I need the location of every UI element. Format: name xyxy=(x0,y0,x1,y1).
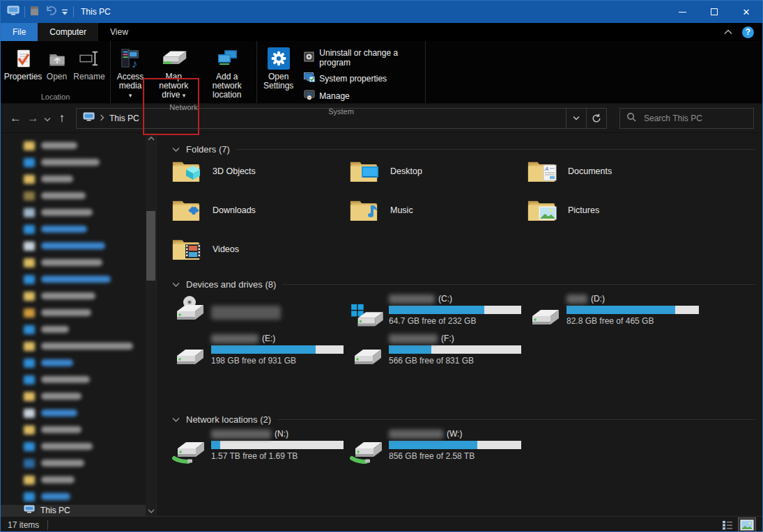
properties-quick-icon[interactable] xyxy=(30,6,39,19)
sidebar-item-redacted[interactable] xyxy=(1,321,146,338)
sidebar-item-redacted[interactable] xyxy=(1,338,146,354)
folder-icon xyxy=(24,375,35,384)
manage-button[interactable]: Manage xyxy=(301,88,418,103)
settings-gear-icon xyxy=(268,46,290,71)
system-properties-button[interactable]: System properties xyxy=(301,71,418,86)
system-properties-label: System properties xyxy=(319,74,387,84)
folder-tile-pictures[interactable]: Pictures xyxy=(527,196,705,235)
thumbnail-view-button[interactable] xyxy=(739,518,755,532)
folder-tile-music[interactable]: Music xyxy=(350,196,527,235)
close-button[interactable]: ✕ xyxy=(730,1,762,23)
help-button[interactable]: ? xyxy=(742,26,754,38)
sidebar-item-redacted[interactable] xyxy=(1,388,146,405)
sidebar-item-redacted[interactable] xyxy=(1,488,146,505)
folder-tile-downloads[interactable]: Downloads xyxy=(172,196,350,235)
navigation-pane: This PC xyxy=(1,133,146,516)
folder-tile-videos[interactable]: Videos xyxy=(172,235,350,274)
breadcrumb-root[interactable]: This PC xyxy=(109,114,139,123)
sidebar-item-redacted[interactable] xyxy=(1,204,146,221)
folder-label: Downloads xyxy=(213,205,256,215)
map-network-drive-button[interactable]: Map network drive ▾ xyxy=(147,44,201,102)
system-properties-icon xyxy=(304,72,315,85)
sidebar-item-redacted[interactable] xyxy=(1,421,146,438)
tab-file[interactable]: File xyxy=(1,23,38,41)
drive-tile-f[interactable]: (F:)566 GB free of 831 GB xyxy=(350,331,527,371)
redacted-label xyxy=(41,276,111,283)
add-network-location-button[interactable]: Add a network location xyxy=(201,44,254,102)
capacity-bar xyxy=(389,306,521,314)
sidebar-item-redacted[interactable] xyxy=(1,271,146,288)
customize-quick-access-icon[interactable] xyxy=(61,6,68,18)
scroll-up-icon[interactable] xyxy=(146,133,156,143)
scrollbar-thumb[interactable] xyxy=(146,211,155,281)
sidebar-item-redacted[interactable] xyxy=(1,471,146,488)
folder-tile-3d-objects[interactable]: 3D Objects xyxy=(172,157,350,196)
sidebar-item-redacted[interactable] xyxy=(1,304,146,321)
folder-icon xyxy=(24,208,35,217)
folder-icon-desktop xyxy=(350,159,378,183)
scroll-down-icon[interactable] xyxy=(146,506,156,516)
open-button[interactable]: Open xyxy=(43,44,71,84)
up-button[interactable]: ↑ xyxy=(55,111,69,125)
free-space-text: 566 GB free of 831 GB xyxy=(389,356,521,366)
sidebar-item-redacted[interactable] xyxy=(1,137,146,154)
item-count: 17 items xyxy=(8,520,39,530)
maximize-button[interactable] xyxy=(698,1,730,23)
search-box[interactable] xyxy=(619,108,754,129)
close-icon: ✕ xyxy=(743,8,750,17)
redacted-label xyxy=(41,326,69,333)
drive-tile-c[interactable]: (C:)64.7 GB free of 232 GB xyxy=(350,292,527,331)
properties-button[interactable]: Properties xyxy=(3,44,43,84)
address-dropdown-button[interactable] xyxy=(566,109,586,128)
drive-tile-e[interactable]: (E:)198 GB free of 931 GB xyxy=(172,331,350,371)
sidebar-item-redacted[interactable] xyxy=(1,254,146,271)
drive-tile-w[interactable]: (W:)856 GB free of 2.58 TB xyxy=(350,427,527,467)
open-settings-button[interactable]: Open Settings xyxy=(260,44,297,93)
tab-view[interactable]: View xyxy=(98,23,140,41)
minimize-button[interactable] xyxy=(666,1,698,23)
rename-button[interactable]: Rename xyxy=(71,44,107,84)
capacity-bar xyxy=(211,345,344,354)
sidebar-scrollbar[interactable] xyxy=(146,133,156,516)
sidebar-item-redacted[interactable] xyxy=(1,237,146,254)
section-collapse-icon[interactable] xyxy=(172,413,180,425)
sidebar-item-redacted[interactable] xyxy=(1,405,146,421)
uninstall-program-button[interactable]: Uninstall or change a program xyxy=(301,47,418,68)
back-button[interactable]: ← xyxy=(9,112,22,124)
section-divider xyxy=(277,419,755,420)
forward-button[interactable]: → xyxy=(26,112,40,124)
svg-text:♪: ♪ xyxy=(132,58,137,70)
sidebar-item-redacted[interactable] xyxy=(1,371,146,388)
folder-tile-desktop[interactable]: Desktop xyxy=(350,157,527,196)
section-collapse-icon[interactable] xyxy=(172,143,180,155)
minimize-ribbon-icon[interactable] xyxy=(724,27,732,37)
details-view-button[interactable] xyxy=(719,518,736,532)
tab-computer[interactable]: Computer xyxy=(38,23,98,41)
sidebar-item-redacted[interactable] xyxy=(1,171,146,187)
sidebar-item-redacted[interactable] xyxy=(1,187,146,204)
drive-tile-d[interactable]: (D:)82.8 GB free of 465 GB xyxy=(527,292,705,331)
group-label-system: System xyxy=(257,107,425,118)
section-collapse-icon[interactable] xyxy=(172,278,180,290)
refresh-button[interactable] xyxy=(586,109,606,128)
sidebar-item-redacted[interactable] xyxy=(1,455,146,471)
recent-locations-icon[interactable] xyxy=(44,112,51,125)
ribbon-group-location: Properties Open Rename Location xyxy=(1,41,111,103)
sidebar-item-redacted[interactable] xyxy=(1,221,146,237)
search-input[interactable] xyxy=(642,113,747,124)
sidebar-item-redacted[interactable] xyxy=(1,438,146,455)
undo-icon[interactable] xyxy=(44,6,56,19)
sidebar-item-redacted[interactable] xyxy=(1,354,146,371)
cd-drive-tile[interactable] xyxy=(172,292,350,331)
folder-icon xyxy=(24,409,35,418)
folder-icon xyxy=(24,425,35,435)
maximize-icon xyxy=(711,8,718,15)
folder-tile-documents[interactable]: ADocuments xyxy=(527,157,705,196)
capacity-bar xyxy=(389,345,521,354)
drive-tile-n[interactable]: (N:)1.57 TB free of 1.69 TB xyxy=(172,427,350,467)
redacted-label xyxy=(41,426,82,433)
sidebar-item-this-pc[interactable]: This PC xyxy=(1,505,146,516)
access-media-button[interactable]: ♪ Access media ▾ xyxy=(114,44,147,102)
sidebar-item-redacted[interactable] xyxy=(1,288,146,304)
sidebar-item-redacted[interactable] xyxy=(1,154,146,171)
